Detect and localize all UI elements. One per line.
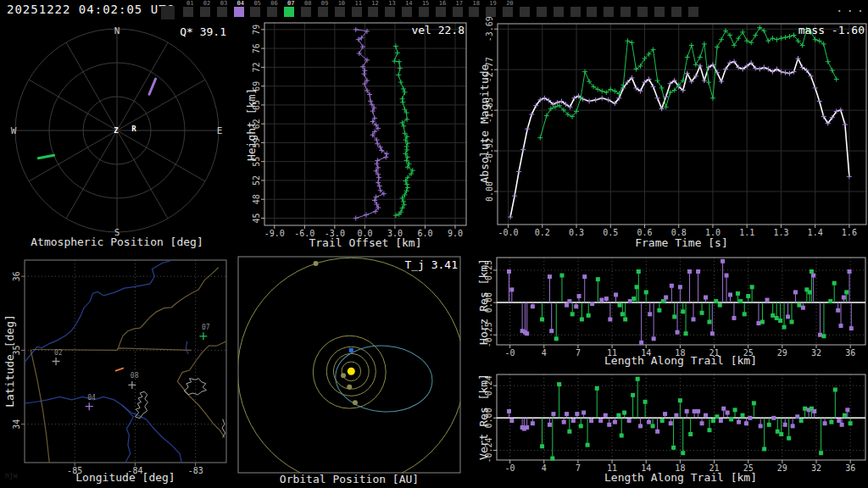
series-station_07 — [537, 25, 839, 141]
charts-layer: -9.0-6.0-3.00.03.06.09.04548525559626569… — [12, 16, 866, 485]
station-square[interactable] — [520, 7, 530, 17]
compass-e: E — [217, 125, 223, 136]
toolbar-item-05[interactable]: 05 — [250, 0, 267, 20]
toolbar-item-16[interactable]: 16 — [436, 0, 453, 20]
toolbar-item-13[interactable]: 13 — [385, 0, 402, 20]
station-number: 06 — [270, 0, 277, 7]
station-square[interactable] — [352, 7, 362, 17]
station-square[interactable] — [587, 7, 597, 17]
station-square[interactable] — [637, 7, 648, 17]
track-station-07 — [38, 155, 53, 158]
svg-text:0.00: 0.00 — [485, 181, 494, 202]
svg-text:29: 29 — [777, 348, 787, 358]
station-square[interactable] — [486, 7, 496, 17]
station-square[interactable] — [620, 7, 631, 17]
svg-text:7: 7 — [576, 463, 581, 473]
toolbar-item-blank-26[interactable] — [604, 0, 620, 20]
station-square[interactable] — [217, 7, 227, 17]
toolbar-item-20[interactable]: 20 — [503, 0, 520, 20]
sun-marker — [348, 368, 355, 375]
toolbar-item-10[interactable]: 10 — [335, 0, 352, 20]
toolbar-item-blank-28[interactable] — [637, 0, 654, 20]
toolbar-item-06[interactable]: 06 — [267, 0, 284, 20]
toolbar-item-15[interactable]: 15 — [419, 0, 436, 20]
svg-text:36: 36 — [12, 271, 21, 281]
svg-text:04: 04 — [87, 394, 96, 402]
station-square[interactable] — [503, 7, 513, 17]
station-square[interactable] — [385, 7, 395, 17]
station-square[interactable] — [570, 7, 581, 17]
toolbar-item-blank-21[interactable] — [520, 0, 537, 20]
toolbar-item-blank-22[interactable] — [537, 0, 554, 20]
station-square[interactable] — [234, 7, 244, 17]
station-square[interactable] — [200, 7, 210, 17]
station-square[interactable] — [318, 7, 328, 17]
station-square[interactable] — [554, 7, 564, 17]
station-square[interactable] — [671, 7, 682, 17]
station-square[interactable] — [688, 7, 698, 17]
toolbar-item-blank-31[interactable] — [688, 0, 705, 20]
station-square[interactable] — [161, 6, 175, 19]
lightcurve-ylabel: Absolute Magnitude — [478, 64, 491, 183]
station-square[interactable] — [301, 7, 311, 17]
toolbar-item-blank-25[interactable] — [587, 0, 604, 20]
station-square[interactable] — [453, 7, 463, 17]
map-ylabel: Latitude [deg] — [3, 314, 16, 408]
overflow-menu[interactable]: ... — [836, 1, 867, 14]
compass-w: W — [11, 125, 17, 136]
station-square[interactable] — [436, 7, 446, 17]
station-square[interactable] — [402, 7, 412, 17]
toolbar-item-blank-29[interactable] — [654, 0, 671, 20]
svg-text:-0: -0 — [505, 463, 515, 473]
station-square[interactable] — [267, 7, 277, 17]
station-number: 15 — [422, 0, 429, 7]
svg-text:-0.0: -0.0 — [498, 228, 519, 237]
toolbar-item-11[interactable]: 11 — [352, 0, 369, 20]
toolbar-item-blank-27[interactable] — [620, 0, 637, 20]
svg-text:76: 76 — [252, 43, 261, 53]
toolbar-item-19[interactable]: 19 — [486, 0, 503, 20]
toolbar-item-blank-24[interactable] — [570, 0, 587, 20]
station-square[interactable] — [335, 7, 345, 17]
svg-text:79: 79 — [252, 25, 261, 35]
station-square[interactable] — [469, 7, 479, 17]
toolbar-item-03[interactable]: 03 — [217, 0, 234, 20]
station-square[interactable] — [183, 7, 193, 17]
svg-text:0.3: 0.3 — [569, 228, 584, 237]
station-square[interactable] — [537, 7, 547, 17]
radiant-label: R — [131, 125, 136, 133]
svg-text:-0: -0 — [505, 348, 515, 358]
station-square[interactable] — [419, 7, 429, 17]
station-square[interactable] — [250, 7, 260, 17]
zenith-label: Z — [114, 126, 119, 135]
horz-res-xlabel: Length Along Trail [km] — [604, 354, 757, 367]
station-number: 10 — [338, 0, 345, 7]
toolbar-item-blank-0[interactable] — [162, 0, 179, 20]
toolbar-item-08[interactable]: 08 — [301, 0, 318, 20]
toolbar-item-04[interactable]: 04 — [234, 0, 251, 20]
toolbar-item-17[interactable]: 17 — [453, 0, 470, 20]
station-square[interactable] — [368, 7, 378, 17]
station-number: 01 — [186, 0, 193, 7]
toolbar-item-blank-23[interactable] — [554, 0, 570, 20]
watermark: njw — [5, 472, 17, 480]
toolbar-item-14[interactable]: 14 — [402, 0, 419, 20]
station-square[interactable] — [654, 7, 665, 17]
toolbar-item-blank-30[interactable] — [671, 0, 688, 20]
vertical-residuals-chart: -04711141821252932360.240.00-0.24 — [484, 374, 865, 473]
toolbar-item-09[interactable]: 09 — [318, 0, 335, 20]
earth-marker — [349, 348, 353, 352]
svg-text:4: 4 — [542, 348, 547, 358]
station-square[interactable] — [604, 7, 614, 17]
compass-s: S — [114, 227, 120, 238]
toolbar-item-01[interactable]: 01 — [183, 0, 200, 20]
toolbar-item-12[interactable]: 12 — [368, 0, 385, 20]
svg-text:1.6: 1.6 — [842, 228, 857, 237]
station-number: 11 — [355, 0, 362, 7]
toolbar-item-02[interactable]: 02 — [200, 0, 217, 20]
svg-text:29: 29 — [777, 463, 787, 473]
toolbar-item-07[interactable]: 07 — [284, 0, 301, 20]
station-square[interactable] — [284, 7, 294, 17]
station-number: 12 — [371, 0, 378, 7]
toolbar-item-18[interactable]: 18 — [469, 0, 486, 20]
